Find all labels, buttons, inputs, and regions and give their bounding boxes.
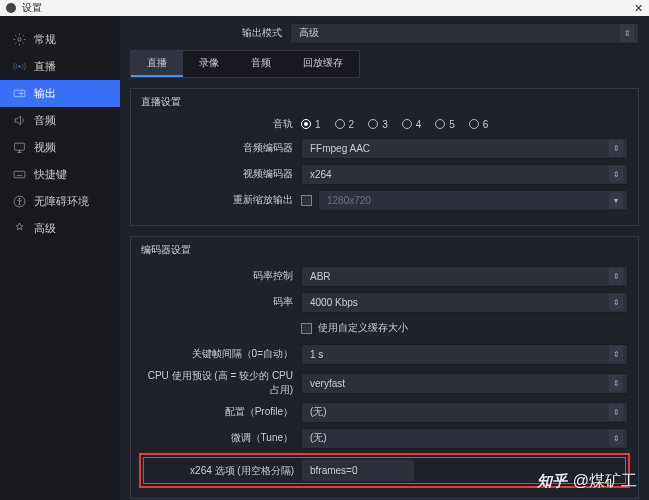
updown-icon: ⇕ bbox=[620, 25, 634, 42]
output-mode-label: 输出模式 bbox=[130, 26, 290, 40]
profile-select[interactable]: (无) ⇕ bbox=[301, 402, 628, 423]
keyboard-icon bbox=[12, 168, 26, 182]
updown-icon: ⇕ bbox=[609, 166, 623, 183]
video-encoder-label: 视频编码器 bbox=[141, 167, 301, 181]
speaker-icon bbox=[12, 114, 26, 128]
svg-point-0 bbox=[17, 38, 20, 41]
monitor-icon bbox=[12, 141, 26, 155]
tune-select[interactable]: (无) ⇕ bbox=[301, 428, 628, 449]
watermark-user: @煤矿工 bbox=[573, 471, 637, 492]
rescale-checkbox[interactable] bbox=[301, 195, 312, 206]
track-radio-5[interactable]: 5 bbox=[435, 119, 455, 130]
track-radio-3[interactable]: 3 bbox=[368, 119, 388, 130]
output-mode-value: 高级 bbox=[299, 26, 319, 40]
sidebar-item-hotkeys[interactable]: 快捷键 bbox=[0, 161, 120, 188]
sidebar-item-output[interactable]: 输出 bbox=[0, 80, 120, 107]
updown-icon: ⇕ bbox=[609, 375, 623, 392]
sidebar-item-label: 高级 bbox=[34, 221, 56, 236]
sidebar-item-general[interactable]: 常规 bbox=[0, 26, 120, 53]
track-radio-6[interactable]: 6 bbox=[469, 119, 489, 130]
bitrate-label: 码率 bbox=[141, 295, 301, 309]
content-area: 输出模式 高级 ⇕ 直播 录像 音频 回放缓存 直播设置 音轨 1 2 bbox=[120, 16, 649, 500]
accessibility-icon bbox=[12, 195, 26, 209]
custom-buffer-checkbox[interactable] bbox=[301, 323, 312, 334]
audio-encoder-label: 音频编码器 bbox=[141, 141, 301, 155]
sidebar-item-advanced[interactable]: 高级 bbox=[0, 215, 120, 242]
rate-control-select[interactable]: ABR ⇕ bbox=[301, 266, 628, 287]
output-icon bbox=[12, 87, 26, 101]
keyint-input[interactable]: 1 s ⇕ bbox=[301, 344, 628, 365]
svg-point-1 bbox=[18, 65, 20, 67]
svg-rect-4 bbox=[14, 171, 25, 178]
track-radio-1[interactable]: 1 bbox=[301, 119, 321, 130]
titlebar: 设置 ✕ bbox=[0, 0, 649, 16]
cpu-preset-select[interactable]: veryfast ⇕ bbox=[301, 373, 628, 394]
updown-icon: ⇕ bbox=[609, 404, 623, 421]
audio-encoder-select[interactable]: FFmpeg AAC ⇕ bbox=[301, 138, 628, 159]
close-icon[interactable]: ✕ bbox=[634, 2, 643, 15]
cpu-preset-label: CPU 使用预设 (高 = 较少的 CPU占用) bbox=[141, 369, 301, 397]
updown-icon: ⇕ bbox=[609, 294, 623, 311]
sidebar-item-stream[interactable]: 直播 bbox=[0, 53, 120, 80]
encoder-settings-title: 编码器设置 bbox=[141, 243, 628, 257]
sidebar-item-label: 视频 bbox=[34, 140, 56, 155]
video-encoder-select[interactable]: x264 ⇕ bbox=[301, 164, 628, 185]
tab-record[interactable]: 录像 bbox=[183, 51, 235, 77]
antenna-icon bbox=[12, 60, 26, 74]
tune-label: 微调（Tune） bbox=[141, 431, 301, 445]
updown-icon: ⇕ bbox=[609, 430, 623, 447]
updown-icon: ⇕ bbox=[609, 346, 623, 363]
bitrate-input[interactable]: 4000 Kbps ⇕ bbox=[301, 292, 628, 313]
tabs: 直播 录像 音频 回放缓存 bbox=[130, 50, 360, 78]
svg-rect-3 bbox=[14, 143, 24, 150]
window-title: 设置 bbox=[22, 1, 634, 15]
sidebar-item-label: 输出 bbox=[34, 86, 56, 101]
x264-opts-label: x264 选项 (用空格分隔) bbox=[144, 464, 302, 478]
sidebar-item-video[interactable]: 视频 bbox=[0, 134, 120, 161]
chevron-down-icon: ▾ bbox=[609, 192, 623, 209]
keyint-label: 关键帧间隔（0=自动） bbox=[141, 347, 301, 361]
profile-label: 配置（Profile） bbox=[141, 405, 301, 419]
sidebar-item-label: 音频 bbox=[34, 113, 56, 128]
gear-icon bbox=[12, 33, 26, 47]
track-radios: 1 2 3 4 5 6 bbox=[301, 119, 488, 130]
live-settings-title: 直播设置 bbox=[141, 95, 628, 109]
updown-icon: ⇕ bbox=[609, 140, 623, 157]
rate-control-label: 码率控制 bbox=[141, 269, 301, 283]
app-icon bbox=[6, 3, 16, 13]
tab-replay-buffer[interactable]: 回放缓存 bbox=[287, 51, 359, 77]
encoder-settings-section: 编码器设置 码率控制 ABR ⇕ 码率 4000 Kbps ⇕ bbox=[130, 236, 639, 499]
sidebar-item-accessibility[interactable]: 无障碍环境 bbox=[0, 188, 120, 215]
track-radio-2[interactable]: 2 bbox=[335, 119, 355, 130]
rescale-label: 重新缩放输出 bbox=[141, 193, 301, 207]
svg-point-6 bbox=[18, 198, 20, 200]
sidebar-item-label: 常规 bbox=[34, 32, 56, 47]
sidebar-item-label: 无障碍环境 bbox=[34, 194, 89, 209]
track-radio-4[interactable]: 4 bbox=[402, 119, 422, 130]
sidebar-item-label: 快捷键 bbox=[34, 167, 67, 182]
tab-live[interactable]: 直播 bbox=[131, 51, 183, 77]
output-mode-select[interactable]: 高级 ⇕ bbox=[290, 23, 639, 44]
updown-icon: ⇕ bbox=[609, 268, 623, 285]
watermark: 知乎 @煤矿工 bbox=[537, 471, 637, 492]
x264-opts-input[interactable] bbox=[302, 460, 414, 481]
sidebar-item-label: 直播 bbox=[34, 59, 56, 74]
sidebar-item-audio[interactable]: 音频 bbox=[0, 107, 120, 134]
rescale-select[interactable]: 1280x720 ▾ bbox=[318, 190, 628, 211]
live-settings-section: 直播设置 音轨 1 2 3 4 5 6 音频编码器 FFmpeg AAC ⇕ bbox=[130, 88, 639, 226]
tools-icon bbox=[12, 222, 26, 236]
sidebar: 常规 直播 输出 音频 视频 快捷键 无障碍环境 高级 bbox=[0, 16, 120, 500]
tab-audio[interactable]: 音频 bbox=[235, 51, 287, 77]
tracks-label: 音轨 bbox=[141, 117, 301, 131]
custom-buffer-label: 使用自定义缓存大小 bbox=[318, 321, 408, 335]
zhihu-logo: 知乎 bbox=[537, 472, 567, 491]
